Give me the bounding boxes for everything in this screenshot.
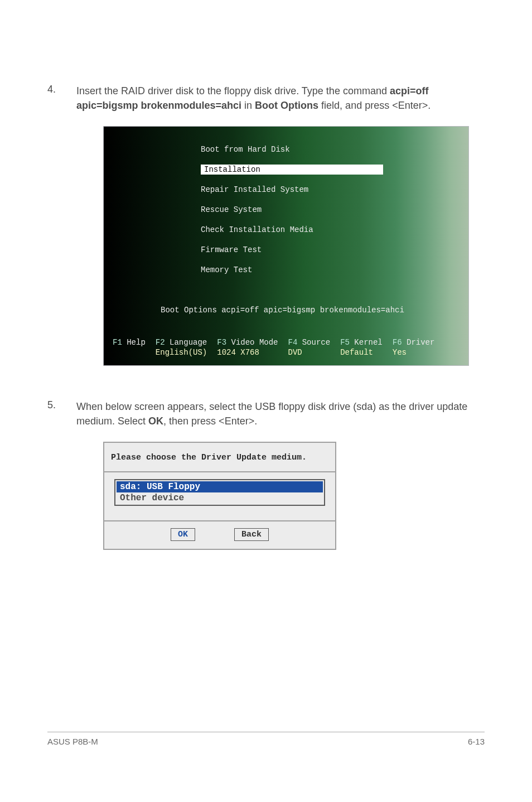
- f2-value: English(US): [156, 347, 207, 357]
- step-number: 5.: [47, 399, 61, 411]
- step-5: 5. When below screen appears, select the…: [47, 399, 485, 428]
- text: When below screen appears, select the US…: [76, 401, 467, 427]
- step-4: 4. Insert the RAID driver disk to the fl…: [47, 84, 485, 113]
- menu-item: Rescue System: [201, 205, 262, 214]
- f5-key: F5: [340, 338, 350, 347]
- f3-key: F3: [217, 338, 226, 347]
- f3-value: 1024 X768: [217, 347, 278, 357]
- step-text: Insert the RAID driver disk to the flopp…: [76, 84, 485, 113]
- ok-button: OK: [171, 528, 195, 541]
- dialog-buttons: OK Back: [104, 521, 335, 549]
- device-item-selected: sda: USB Floppy: [117, 481, 323, 492]
- boot-options-line: Boot Options acpi=off apic=bigsmp broken…: [113, 305, 460, 315]
- f4-value: DVD: [288, 347, 331, 357]
- device-list: sda: USB Floppy Other device: [114, 479, 325, 506]
- text: field, and press <Enter>.: [318, 100, 431, 111]
- back-button: Back: [234, 528, 269, 541]
- menu-item: Boot from Hard Disk: [201, 145, 290, 154]
- driver-update-dialog-screenshot: Please choose the Driver Update medium. …: [103, 442, 336, 550]
- boot-options-screenshot: Boot from Hard Disk Installation Repair …: [103, 126, 469, 366]
- menu-item: Repair Installed System: [201, 185, 308, 194]
- f6-label: Driver: [407, 338, 434, 347]
- field-name: Boot Options: [255, 100, 318, 111]
- menu-item-selected: Installation: [201, 165, 383, 175]
- f2-label: Language: [170, 338, 207, 347]
- f4-key: F4: [288, 338, 298, 347]
- menu-item: Check Installation Media: [201, 225, 313, 234]
- f6-value: Yes: [393, 347, 435, 357]
- step-text: When below screen appears, select the US…: [76, 399, 485, 428]
- text: Insert the RAID driver disk to the flopp…: [76, 85, 390, 96]
- dialog-body: sda: USB Floppy Other device: [104, 472, 335, 521]
- footer-left: ASUS P8B-M: [47, 737, 98, 746]
- f4-label: Source: [302, 338, 330, 347]
- f1-key: F1: [113, 338, 122, 347]
- text: in: [241, 100, 255, 111]
- f2-key: F2: [156, 338, 165, 347]
- f6-key: F6: [393, 338, 402, 347]
- f1-label: Help: [127, 338, 146, 347]
- button-name: OK: [148, 416, 163, 427]
- device-item: Other device: [117, 492, 323, 504]
- f3-label: Video Mode: [231, 338, 278, 347]
- footer-right: 6-13: [468, 737, 485, 746]
- dialog-title: Please choose the Driver Update medium.: [104, 443, 335, 472]
- step-number: 4.: [47, 84, 61, 95]
- function-key-hints: F1 Help F2 LanguageEnglish(US) F3 Video …: [113, 337, 460, 357]
- menu-item: Firmware Test: [201, 245, 262, 254]
- f5-label: Kernel: [354, 338, 382, 347]
- menu-item: Memory Test: [201, 265, 252, 274]
- f5-value: Default: [340, 347, 383, 357]
- text: , then press <Enter>.: [163, 416, 257, 427]
- page-footer: ASUS P8B-M 6-13: [47, 732, 485, 746]
